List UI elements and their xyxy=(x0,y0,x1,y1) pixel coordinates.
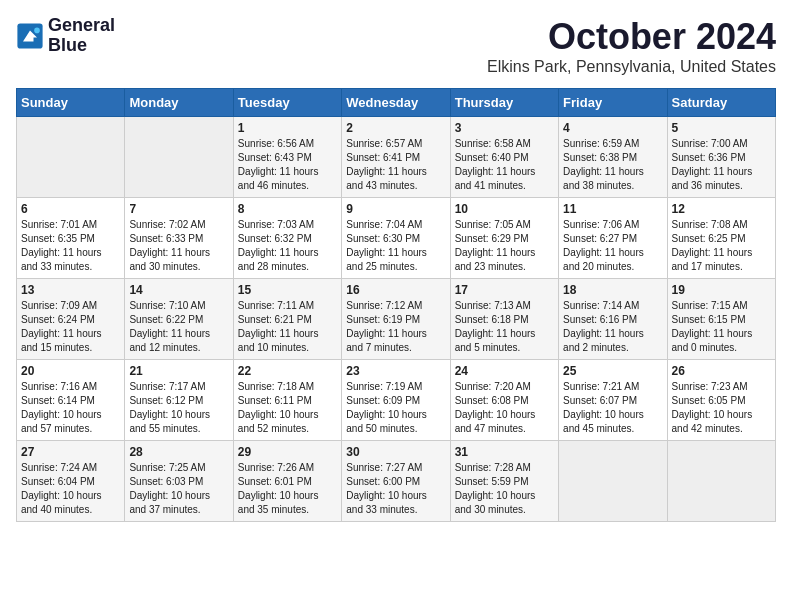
day-info: Sunrise: 7:26 AM Sunset: 6:01 PM Dayligh… xyxy=(238,461,337,517)
day-number: 9 xyxy=(346,202,445,216)
calendar-cell: 8Sunrise: 7:03 AM Sunset: 6:32 PM Daylig… xyxy=(233,198,341,279)
day-number: 11 xyxy=(563,202,662,216)
weekday-header-row: SundayMondayTuesdayWednesdayThursdayFrid… xyxy=(17,89,776,117)
day-info: Sunrise: 7:21 AM Sunset: 6:07 PM Dayligh… xyxy=(563,380,662,436)
day-number: 8 xyxy=(238,202,337,216)
day-info: Sunrise: 7:01 AM Sunset: 6:35 PM Dayligh… xyxy=(21,218,120,274)
day-number: 12 xyxy=(672,202,771,216)
calendar-cell: 26Sunrise: 7:23 AM Sunset: 6:05 PM Dayli… xyxy=(667,360,775,441)
day-info: Sunrise: 7:10 AM Sunset: 6:22 PM Dayligh… xyxy=(129,299,228,355)
day-number: 18 xyxy=(563,283,662,297)
day-info: Sunrise: 6:58 AM Sunset: 6:40 PM Dayligh… xyxy=(455,137,554,193)
calendar-table: SundayMondayTuesdayWednesdayThursdayFrid… xyxy=(16,88,776,522)
day-info: Sunrise: 7:05 AM Sunset: 6:29 PM Dayligh… xyxy=(455,218,554,274)
calendar-cell: 22Sunrise: 7:18 AM Sunset: 6:11 PM Dayli… xyxy=(233,360,341,441)
calendar-cell xyxy=(667,441,775,522)
day-number: 10 xyxy=(455,202,554,216)
day-number: 15 xyxy=(238,283,337,297)
day-number: 31 xyxy=(455,445,554,459)
day-number: 21 xyxy=(129,364,228,378)
day-info: Sunrise: 7:18 AM Sunset: 6:11 PM Dayligh… xyxy=(238,380,337,436)
day-info: Sunrise: 7:06 AM Sunset: 6:27 PM Dayligh… xyxy=(563,218,662,274)
month-title: October 2024 xyxy=(487,16,776,58)
calendar-cell: 19Sunrise: 7:15 AM Sunset: 6:15 PM Dayli… xyxy=(667,279,775,360)
calendar-cell: 31Sunrise: 7:28 AM Sunset: 5:59 PM Dayli… xyxy=(450,441,558,522)
day-info: Sunrise: 7:28 AM Sunset: 5:59 PM Dayligh… xyxy=(455,461,554,517)
calendar-cell xyxy=(17,117,125,198)
weekday-header: Friday xyxy=(559,89,667,117)
day-info: Sunrise: 7:24 AM Sunset: 6:04 PM Dayligh… xyxy=(21,461,120,517)
day-info: Sunrise: 7:23 AM Sunset: 6:05 PM Dayligh… xyxy=(672,380,771,436)
calendar-cell: 5Sunrise: 7:00 AM Sunset: 6:36 PM Daylig… xyxy=(667,117,775,198)
calendar-cell: 11Sunrise: 7:06 AM Sunset: 6:27 PM Dayli… xyxy=(559,198,667,279)
day-number: 2 xyxy=(346,121,445,135)
calendar-cell: 6Sunrise: 7:01 AM Sunset: 6:35 PM Daylig… xyxy=(17,198,125,279)
calendar-cell: 14Sunrise: 7:10 AM Sunset: 6:22 PM Dayli… xyxy=(125,279,233,360)
logo: General Blue xyxy=(16,16,115,56)
calendar-cell: 29Sunrise: 7:26 AM Sunset: 6:01 PM Dayli… xyxy=(233,441,341,522)
day-number: 6 xyxy=(21,202,120,216)
calendar-cell xyxy=(559,441,667,522)
calendar-cell: 27Sunrise: 7:24 AM Sunset: 6:04 PM Dayli… xyxy=(17,441,125,522)
weekday-header: Tuesday xyxy=(233,89,341,117)
day-number: 29 xyxy=(238,445,337,459)
logo-line2: Blue xyxy=(48,36,115,56)
calendar-cell: 16Sunrise: 7:12 AM Sunset: 6:19 PM Dayli… xyxy=(342,279,450,360)
day-info: Sunrise: 7:11 AM Sunset: 6:21 PM Dayligh… xyxy=(238,299,337,355)
calendar-cell: 1Sunrise: 6:56 AM Sunset: 6:43 PM Daylig… xyxy=(233,117,341,198)
day-info: Sunrise: 7:25 AM Sunset: 6:03 PM Dayligh… xyxy=(129,461,228,517)
weekday-header: Wednesday xyxy=(342,89,450,117)
calendar-cell: 13Sunrise: 7:09 AM Sunset: 6:24 PM Dayli… xyxy=(17,279,125,360)
day-info: Sunrise: 7:14 AM Sunset: 6:16 PM Dayligh… xyxy=(563,299,662,355)
day-number: 19 xyxy=(672,283,771,297)
day-number: 28 xyxy=(129,445,228,459)
calendar-cell: 21Sunrise: 7:17 AM Sunset: 6:12 PM Dayli… xyxy=(125,360,233,441)
day-number: 22 xyxy=(238,364,337,378)
day-info: Sunrise: 7:27 AM Sunset: 6:00 PM Dayligh… xyxy=(346,461,445,517)
day-number: 3 xyxy=(455,121,554,135)
calendar-cell: 25Sunrise: 7:21 AM Sunset: 6:07 PM Dayli… xyxy=(559,360,667,441)
calendar-cell: 15Sunrise: 7:11 AM Sunset: 6:21 PM Dayli… xyxy=(233,279,341,360)
calendar-week-row: 1Sunrise: 6:56 AM Sunset: 6:43 PM Daylig… xyxy=(17,117,776,198)
day-number: 7 xyxy=(129,202,228,216)
svg-point-2 xyxy=(34,27,40,33)
calendar-cell: 18Sunrise: 7:14 AM Sunset: 6:16 PM Dayli… xyxy=(559,279,667,360)
logo-icon xyxy=(16,22,44,50)
calendar-cell xyxy=(125,117,233,198)
day-info: Sunrise: 6:56 AM Sunset: 6:43 PM Dayligh… xyxy=(238,137,337,193)
calendar-cell: 20Sunrise: 7:16 AM Sunset: 6:14 PM Dayli… xyxy=(17,360,125,441)
calendar-week-row: 6Sunrise: 7:01 AM Sunset: 6:35 PM Daylig… xyxy=(17,198,776,279)
calendar-cell: 24Sunrise: 7:20 AM Sunset: 6:08 PM Dayli… xyxy=(450,360,558,441)
weekday-header: Sunday xyxy=(17,89,125,117)
day-info: Sunrise: 7:17 AM Sunset: 6:12 PM Dayligh… xyxy=(129,380,228,436)
day-number: 26 xyxy=(672,364,771,378)
day-number: 1 xyxy=(238,121,337,135)
day-number: 27 xyxy=(21,445,120,459)
day-info: Sunrise: 6:59 AM Sunset: 6:38 PM Dayligh… xyxy=(563,137,662,193)
day-number: 17 xyxy=(455,283,554,297)
title-area: October 2024 Elkins Park, Pennsylvania, … xyxy=(487,16,776,76)
day-info: Sunrise: 7:20 AM Sunset: 6:08 PM Dayligh… xyxy=(455,380,554,436)
calendar-cell: 12Sunrise: 7:08 AM Sunset: 6:25 PM Dayli… xyxy=(667,198,775,279)
day-info: Sunrise: 7:16 AM Sunset: 6:14 PM Dayligh… xyxy=(21,380,120,436)
day-info: Sunrise: 7:04 AM Sunset: 6:30 PM Dayligh… xyxy=(346,218,445,274)
day-number: 25 xyxy=(563,364,662,378)
day-number: 23 xyxy=(346,364,445,378)
day-info: Sunrise: 7:00 AM Sunset: 6:36 PM Dayligh… xyxy=(672,137,771,193)
day-number: 16 xyxy=(346,283,445,297)
header: General Blue October 2024 Elkins Park, P… xyxy=(16,16,776,76)
day-info: Sunrise: 7:12 AM Sunset: 6:19 PM Dayligh… xyxy=(346,299,445,355)
calendar-cell: 23Sunrise: 7:19 AM Sunset: 6:09 PM Dayli… xyxy=(342,360,450,441)
calendar-cell: 10Sunrise: 7:05 AM Sunset: 6:29 PM Dayli… xyxy=(450,198,558,279)
calendar-cell: 28Sunrise: 7:25 AM Sunset: 6:03 PM Dayli… xyxy=(125,441,233,522)
calendar-cell: 9Sunrise: 7:04 AM Sunset: 6:30 PM Daylig… xyxy=(342,198,450,279)
calendar-cell: 3Sunrise: 6:58 AM Sunset: 6:40 PM Daylig… xyxy=(450,117,558,198)
weekday-header: Saturday xyxy=(667,89,775,117)
calendar-week-row: 13Sunrise: 7:09 AM Sunset: 6:24 PM Dayli… xyxy=(17,279,776,360)
day-info: Sunrise: 7:15 AM Sunset: 6:15 PM Dayligh… xyxy=(672,299,771,355)
day-number: 13 xyxy=(21,283,120,297)
day-number: 24 xyxy=(455,364,554,378)
day-info: Sunrise: 7:02 AM Sunset: 6:33 PM Dayligh… xyxy=(129,218,228,274)
day-number: 14 xyxy=(129,283,228,297)
calendar-week-row: 27Sunrise: 7:24 AM Sunset: 6:04 PM Dayli… xyxy=(17,441,776,522)
